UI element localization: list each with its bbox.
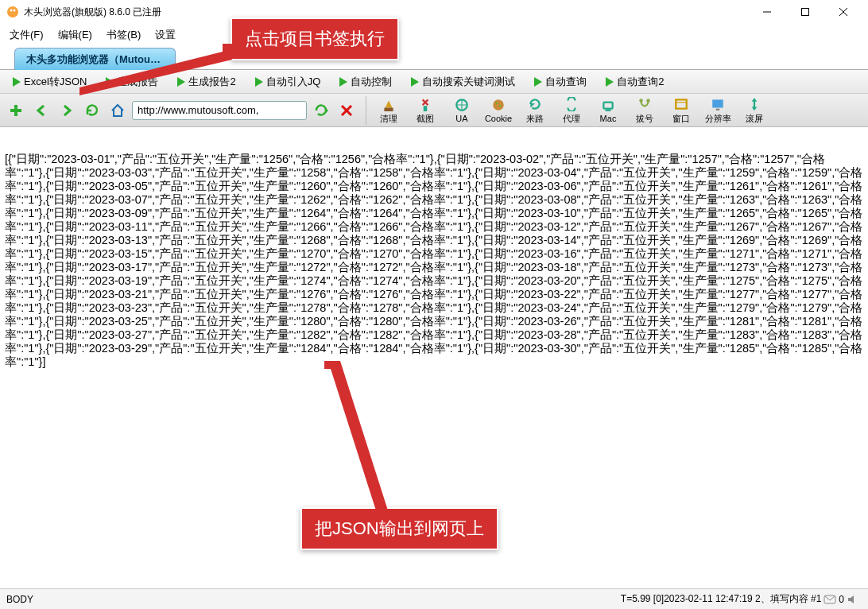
svg-rect-4 — [802, 9, 809, 16]
scroll-icon — [746, 96, 763, 112]
toolbar-label: Mac — [600, 114, 617, 123]
menu-edit[interactable]: 编辑(E) — [58, 28, 92, 42]
toolbar-mac-button[interactable]: Mac — [591, 97, 626, 123]
status-count: 0 — [839, 594, 844, 605]
bookmark-item[interactable]: 自动引入JQ — [247, 73, 329, 91]
bookmark-item[interactable]: 自动控制 — [331, 73, 400, 91]
ua-icon — [453, 97, 471, 113]
bookmark-label: 自动查询 — [545, 75, 587, 89]
refresh-button[interactable] — [81, 99, 103, 122]
play-icon — [13, 77, 21, 87]
svg-point-21 — [639, 99, 643, 103]
res-icon — [709, 96, 727, 112]
sound-icon[interactable] — [846, 592, 860, 607]
svg-rect-25 — [712, 99, 723, 107]
annotation-arrow-top — [79, 44, 238, 99]
menu-file[interactable]: 文件(F) — [10, 28, 44, 42]
svg-rect-19 — [603, 103, 612, 109]
toolbar-ua-button[interactable]: UA — [444, 97, 479, 123]
menu-settings[interactable]: 设置 — [155, 28, 176, 42]
bookmark-label: 自动查询2 — [617, 75, 664, 89]
status-right: T=5.99 [0]2023-02-11 12:47:19 2、填写内容 #1 — [621, 592, 822, 606]
toolbar-window-button[interactable]: 窗口 — [664, 96, 699, 125]
svg-marker-9 — [326, 108, 328, 113]
svg-point-22 — [646, 99, 650, 103]
window-icon — [672, 96, 690, 112]
bookmark-label: 自动控制 — [351, 75, 392, 89]
svg-marker-18 — [530, 103, 535, 107]
annotation-arrow-bottom — [324, 361, 396, 512]
play-icon — [411, 77, 419, 87]
svg-rect-13 — [424, 106, 428, 111]
toolbar-label: 分辨率 — [705, 113, 731, 125]
toolbar-label: 拔号 — [636, 113, 653, 125]
stop-button[interactable] — [335, 99, 358, 122]
url-input[interactable]: http://www.mutousoft.com, — [132, 101, 307, 120]
svg-marker-31 — [324, 361, 388, 510]
menu-bookmark[interactable]: 书签(B) — [107, 28, 141, 42]
toolbar-label: 滚屏 — [746, 113, 763, 125]
svg-point-2 — [14, 10, 16, 12]
home-button[interactable] — [107, 99, 129, 122]
forward-button[interactable] — [56, 99, 78, 122]
svg-marker-29 — [752, 107, 758, 111]
svg-rect-26 — [716, 108, 720, 110]
toolbar-scroll-button[interactable]: 滚屏 — [737, 96, 772, 125]
play-icon — [534, 77, 542, 87]
clean-icon — [380, 96, 397, 112]
bookmark-label: 自动搜索关键词测试 — [422, 75, 515, 89]
toolbar-refer-button[interactable]: 来路 — [517, 96, 552, 125]
toolbar-res-button[interactable]: 分辨率 — [700, 96, 735, 125]
toolbar-shot-button[interactable]: 截图 — [408, 96, 443, 125]
annotation-callout-top: 点击项目书签执行 — [231, 17, 399, 60]
close-button[interactable] — [825, 1, 862, 23]
toolbar-label: Cookie — [485, 114, 512, 123]
svg-point-0 — [7, 6, 18, 17]
back-button[interactable] — [30, 99, 52, 122]
minimize-button[interactable] — [749, 1, 785, 23]
status-bar: BODY T=5.99 [0]2023-02-11 12:47:19 2、填写内… — [0, 588, 868, 609]
svg-point-15 — [493, 99, 504, 111]
bookmark-label: 自动引入JQ — [266, 75, 321, 89]
svg-marker-30 — [79, 44, 232, 95]
toolbar-label: 清理 — [380, 113, 397, 125]
app-icon — [6, 6, 19, 18]
status-left: BODY — [6, 594, 33, 605]
svg-marker-28 — [752, 98, 758, 102]
toolbar-dial-button[interactable]: 拔号 — [627, 96, 662, 125]
play-icon — [255, 77, 263, 87]
toolbar-label: 窗口 — [672, 113, 690, 125]
toolbar-label: 代理 — [563, 113, 580, 125]
add-tab-button[interactable] — [5, 99, 27, 122]
svg-point-17 — [499, 105, 501, 107]
toolbar-clean-button[interactable]: 清理 — [371, 96, 406, 125]
bookmark-item[interactable]: 自动搜索关键词测试 — [403, 73, 523, 91]
shot-icon — [417, 96, 434, 112]
cookie-icon — [490, 97, 507, 113]
window-title: 木头浏览器(旗舰版) 8.6.0 已注册 — [24, 6, 749, 19]
svg-rect-23 — [676, 99, 687, 108]
annotation-callout-bottom: 把JSON输出到网页上 — [300, 507, 498, 550]
menubar: 文件(F) 编辑(E) 书签(B) 设置 — [0, 24, 868, 46]
refer-icon — [526, 96, 544, 112]
svg-point-1 — [10, 10, 13, 12]
svg-rect-12 — [384, 107, 393, 111]
bookmark-item[interactable]: 自动查询 — [526, 73, 595, 91]
maximize-button[interactable] — [787, 1, 823, 23]
dial-icon — [636, 96, 653, 112]
proxy-icon — [563, 96, 580, 112]
go-button[interactable] — [310, 99, 332, 122]
play-icon — [339, 77, 347, 87]
titlebar: 木头浏览器(旗舰版) 8.6.0 已注册 — [0, 0, 868, 24]
bookmark-item[interactable]: 自动查询2 — [598, 73, 672, 91]
bookmark-label: Excel转JSON — [24, 75, 87, 89]
play-icon — [606, 77, 614, 87]
toolbar-label: UA — [455, 114, 467, 123]
svg-point-16 — [496, 103, 498, 104]
notification-icon[interactable] — [823, 592, 837, 607]
mac-icon — [599, 97, 617, 113]
toolbar-cookie-button[interactable]: Cookie — [481, 97, 516, 123]
toolbar-label: 截图 — [417, 113, 434, 125]
toolbar-label: 来路 — [526, 113, 544, 125]
toolbar-proxy-button[interactable]: 代理 — [554, 96, 589, 125]
